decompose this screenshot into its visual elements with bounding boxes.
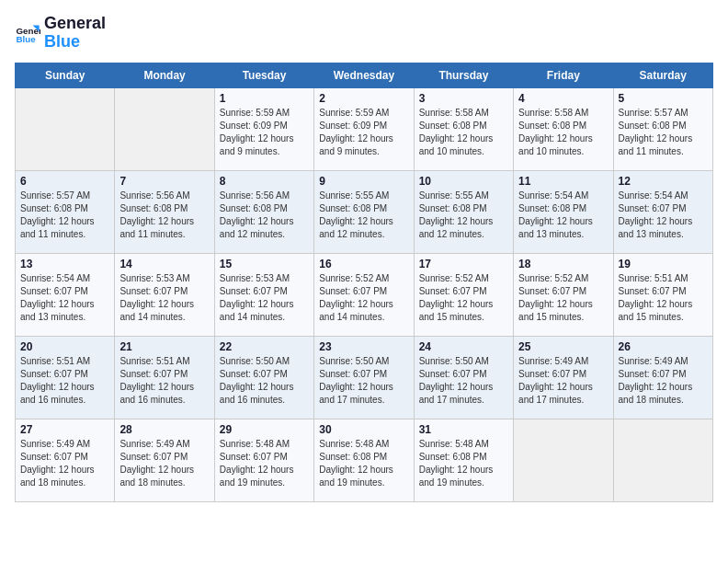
calendar-cell: 6Sunrise: 5:57 AM Sunset: 6:08 PM Daylig…: [16, 170, 115, 253]
logo: General Blue General Blue: [15, 15, 106, 52]
weekday-header: Wednesday: [314, 63, 414, 87]
calendar-cell: 31Sunrise: 5:48 AM Sunset: 6:08 PM Dayli…: [414, 419, 513, 501]
calendar-week: 13Sunrise: 5:54 AM Sunset: 6:07 PM Dayli…: [16, 253, 713, 336]
day-number: 31: [419, 423, 508, 436]
day-info: Sunrise: 5:58 AM Sunset: 6:08 PM Dayligh…: [419, 107, 508, 158]
day-info: Sunrise: 5:49 AM Sunset: 6:07 PM Dayligh…: [20, 438, 109, 489]
day-number: 7: [119, 175, 209, 188]
calendar-cell: 15Sunrise: 5:53 AM Sunset: 6:07 PM Dayli…: [214, 253, 313, 336]
day-info: Sunrise: 5:50 AM Sunset: 6:07 PM Dayligh…: [319, 355, 408, 407]
day-info: Sunrise: 5:54 AM Sunset: 6:08 PM Dayligh…: [518, 190, 608, 241]
calendar-cell: 19Sunrise: 5:51 AM Sunset: 6:07 PM Dayli…: [613, 253, 712, 336]
calendar-cell: 12Sunrise: 5:54 AM Sunset: 6:07 PM Dayli…: [613, 170, 712, 253]
day-info: Sunrise: 5:52 AM Sunset: 6:07 PM Dayligh…: [419, 272, 508, 324]
day-number: 29: [220, 423, 309, 436]
day-info: Sunrise: 5:51 AM Sunset: 6:07 PM Dayligh…: [20, 355, 109, 407]
header: General Blue General Blue: [15, 15, 713, 52]
calendar-cell: 11Sunrise: 5:54 AM Sunset: 6:08 PM Dayli…: [514, 170, 613, 253]
calendar-cell: 17Sunrise: 5:52 AM Sunset: 6:07 PM Dayli…: [414, 253, 513, 336]
weekday-header: Friday: [514, 63, 613, 87]
calendar-cell: 2Sunrise: 5:59 AM Sunset: 6:09 PM Daylig…: [314, 87, 414, 170]
day-info: Sunrise: 5:54 AM Sunset: 6:07 PM Dayligh…: [20, 272, 109, 324]
day-info: Sunrise: 5:53 AM Sunset: 6:07 PM Dayligh…: [220, 272, 309, 324]
day-info: Sunrise: 5:52 AM Sunset: 6:07 PM Dayligh…: [319, 272, 408, 324]
calendar-cell: [16, 87, 115, 170]
day-number: 9: [319, 175, 408, 188]
calendar-week: 6Sunrise: 5:57 AM Sunset: 6:08 PM Daylig…: [16, 170, 713, 253]
calendar-cell: 29Sunrise: 5:48 AM Sunset: 6:07 PM Dayli…: [214, 419, 313, 501]
day-info: Sunrise: 5:57 AM Sunset: 6:08 PM Dayligh…: [20, 190, 109, 241]
calendar-cell: 16Sunrise: 5:52 AM Sunset: 6:07 PM Dayli…: [314, 253, 414, 336]
day-number: 28: [119, 423, 209, 436]
day-number: 25: [518, 340, 608, 353]
day-info: Sunrise: 5:49 AM Sunset: 6:07 PM Dayligh…: [518, 355, 608, 407]
day-number: 5: [619, 92, 708, 105]
calendar-cell: 21Sunrise: 5:51 AM Sunset: 6:07 PM Dayli…: [115, 336, 214, 419]
day-info: Sunrise: 5:49 AM Sunset: 6:07 PM Dayligh…: [119, 438, 209, 489]
calendar-cell: [514, 419, 613, 501]
day-info: Sunrise: 5:52 AM Sunset: 6:07 PM Dayligh…: [518, 272, 608, 324]
weekday-header: Sunday: [16, 63, 115, 87]
calendar-cell: 1Sunrise: 5:59 AM Sunset: 6:09 PM Daylig…: [214, 87, 313, 170]
day-info: Sunrise: 5:55 AM Sunset: 6:08 PM Dayligh…: [319, 190, 408, 241]
day-number: 8: [220, 175, 309, 188]
calendar-cell: [613, 419, 712, 501]
calendar-cell: 25Sunrise: 5:49 AM Sunset: 6:07 PM Dayli…: [514, 336, 613, 419]
calendar-cell: 26Sunrise: 5:49 AM Sunset: 6:07 PM Dayli…: [613, 336, 712, 419]
calendar-cell: 23Sunrise: 5:50 AM Sunset: 6:07 PM Dayli…: [314, 336, 414, 419]
day-number: 27: [20, 423, 109, 436]
calendar-cell: 13Sunrise: 5:54 AM Sunset: 6:07 PM Dayli…: [16, 253, 115, 336]
day-number: 14: [119, 258, 209, 270]
day-number: 11: [518, 175, 608, 188]
calendar-cell: [115, 87, 214, 170]
day-number: 10: [419, 175, 508, 188]
day-number: 23: [319, 340, 408, 353]
day-info: Sunrise: 5:57 AM Sunset: 6:08 PM Dayligh…: [619, 107, 708, 158]
day-info: Sunrise: 5:55 AM Sunset: 6:08 PM Dayligh…: [419, 190, 508, 241]
day-info: Sunrise: 5:51 AM Sunset: 6:07 PM Dayligh…: [619, 272, 708, 324]
day-info: Sunrise: 5:59 AM Sunset: 6:09 PM Dayligh…: [220, 107, 309, 158]
svg-text:Blue: Blue: [16, 34, 36, 44]
logo-icon: General Blue: [15, 20, 40, 46]
calendar-cell: 18Sunrise: 5:52 AM Sunset: 6:07 PM Dayli…: [514, 253, 613, 336]
day-number: 19: [619, 258, 708, 270]
day-number: 3: [419, 92, 508, 105]
weekday-header: Thursday: [414, 63, 513, 87]
day-info: Sunrise: 5:56 AM Sunset: 6:08 PM Dayligh…: [119, 190, 209, 241]
day-number: 16: [319, 258, 408, 270]
day-info: Sunrise: 5:50 AM Sunset: 6:07 PM Dayligh…: [220, 355, 309, 407]
day-info: Sunrise: 5:48 AM Sunset: 6:07 PM Dayligh…: [220, 438, 309, 489]
calendar-cell: 10Sunrise: 5:55 AM Sunset: 6:08 PM Dayli…: [414, 170, 513, 253]
day-number: 30: [319, 423, 408, 436]
day-info: Sunrise: 5:58 AM Sunset: 6:08 PM Dayligh…: [518, 107, 608, 158]
calendar-cell: 7Sunrise: 5:56 AM Sunset: 6:08 PM Daylig…: [115, 170, 214, 253]
day-number: 18: [518, 258, 608, 270]
calendar-cell: 5Sunrise: 5:57 AM Sunset: 6:08 PM Daylig…: [613, 87, 712, 170]
calendar-week: 1Sunrise: 5:59 AM Sunset: 6:09 PM Daylig…: [16, 87, 713, 170]
day-number: 4: [518, 92, 608, 105]
day-info: Sunrise: 5:53 AM Sunset: 6:07 PM Dayligh…: [119, 272, 209, 324]
calendar-body: 1Sunrise: 5:59 AM Sunset: 6:09 PM Daylig…: [16, 87, 713, 501]
weekday-header: Saturday: [613, 63, 712, 87]
day-number: 24: [419, 340, 508, 353]
calendar-cell: 14Sunrise: 5:53 AM Sunset: 6:07 PM Dayli…: [115, 253, 214, 336]
day-info: Sunrise: 5:56 AM Sunset: 6:08 PM Dayligh…: [220, 190, 309, 241]
calendar-cell: 9Sunrise: 5:55 AM Sunset: 6:08 PM Daylig…: [314, 170, 414, 253]
calendar-cell: 4Sunrise: 5:58 AM Sunset: 6:08 PM Daylig…: [514, 87, 613, 170]
calendar-cell: 27Sunrise: 5:49 AM Sunset: 6:07 PM Dayli…: [16, 419, 115, 501]
day-info: Sunrise: 5:59 AM Sunset: 6:09 PM Dayligh…: [319, 107, 408, 158]
calendar-cell: 30Sunrise: 5:48 AM Sunset: 6:08 PM Dayli…: [314, 419, 414, 501]
day-info: Sunrise: 5:48 AM Sunset: 6:08 PM Dayligh…: [419, 438, 508, 489]
day-number: 2: [319, 92, 408, 105]
day-number: 13: [20, 258, 109, 270]
calendar-week: 27Sunrise: 5:49 AM Sunset: 6:07 PM Dayli…: [16, 419, 713, 501]
day-info: Sunrise: 5:49 AM Sunset: 6:07 PM Dayligh…: [619, 355, 708, 407]
day-number: 26: [619, 340, 708, 353]
calendar-table: SundayMondayTuesdayWednesdayThursdayFrid…: [15, 63, 713, 502]
weekday-header: Tuesday: [214, 63, 313, 87]
day-info: Sunrise: 5:51 AM Sunset: 6:07 PM Dayligh…: [119, 355, 209, 407]
calendar-cell: 3Sunrise: 5:58 AM Sunset: 6:08 PM Daylig…: [414, 87, 513, 170]
day-info: Sunrise: 5:50 AM Sunset: 6:07 PM Dayligh…: [419, 355, 508, 407]
day-number: 6: [20, 175, 109, 188]
day-number: 17: [419, 258, 508, 270]
